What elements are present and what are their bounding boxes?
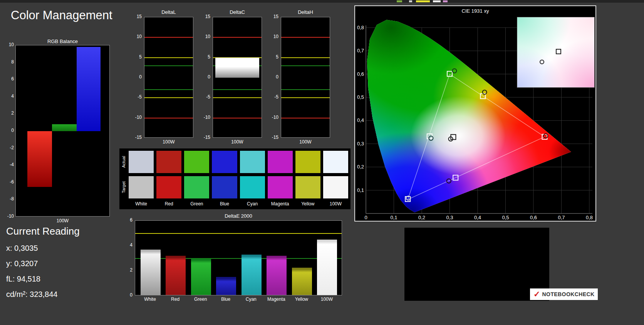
- deltae-bar-red: [166, 256, 186, 295]
- x-tick-label: Magenta: [263, 297, 290, 302]
- x-tick-label: 0,2: [418, 215, 425, 220]
- delta-c-plot: [213, 17, 262, 138]
- cie-1931-title: CIE 1931 xy: [355, 8, 595, 14]
- reference-line: [281, 97, 330, 98]
- actual-swatch-magenta: [268, 151, 293, 173]
- target-swatch-green: [184, 176, 209, 198]
- swatch-column-label: Cyan: [240, 201, 265, 207]
- delta-c-title: DeltaC: [213, 9, 262, 15]
- y-tick-label: -5: [132, 94, 142, 100]
- x-tick-label: 0,1: [390, 215, 397, 220]
- rgb-bar-blue: [77, 47, 101, 131]
- y-tick-label: -10: [132, 115, 142, 120]
- y-tick-label: -10: [7, 213, 14, 219]
- notebookcheck-watermark: ✓ NOTEBOOKCHECK: [530, 288, 598, 300]
- reference-line: [144, 118, 193, 118]
- reference-line: [213, 89, 262, 90]
- y-tick-label: 5: [200, 54, 210, 60]
- actual-swatch-white: [129, 151, 154, 173]
- y-tick-label: 10: [268, 34, 278, 39]
- delta-c-x-tick-label: 100W: [213, 139, 262, 145]
- inset-measured-circle: [540, 60, 544, 64]
- delta-l-title: DeltaL: [144, 9, 193, 15]
- video-preview: [404, 228, 549, 301]
- x-tick-label: 0,5: [502, 215, 509, 220]
- y-tick-label: -8: [7, 196, 14, 202]
- x-tick-label: Yellow: [288, 297, 315, 302]
- y-tick-label: -4: [7, 162, 14, 167]
- x-tick-label: 0: [364, 215, 367, 220]
- check-icon: ✓: [533, 290, 540, 298]
- target-swatch-red: [156, 176, 181, 198]
- x-tick-label: Blue: [212, 297, 239, 302]
- actual-swatch-100w: [323, 151, 348, 173]
- y-tick-label: 5: [132, 54, 142, 60]
- delta-h-x-tick-label: 100W: [281, 139, 330, 145]
- swatch-column-label: Green: [184, 201, 209, 207]
- y-tick-label: 0,8: [357, 25, 364, 30]
- titlebar-artifact: [433, 0, 441, 2]
- actual-swatch-row: [129, 151, 348, 173]
- y-tick-label: 0,6: [357, 71, 364, 77]
- watermark-text: NOTEBOOKCHECK: [542, 291, 595, 297]
- delta-h-chart: DeltaH 100W 151050-5-10-15: [268, 8, 331, 148]
- whitepoint-zoom-inset: [517, 17, 595, 88]
- y-tick-label: -15: [268, 135, 278, 140]
- deltae-bar-yellow: [292, 268, 312, 295]
- current-reading-title: Current Reading: [6, 225, 118, 237]
- y-tick-label: 8: [7, 59, 14, 65]
- titlebar-artifact: [397, 0, 402, 2]
- rgb-bar-red: [27, 131, 52, 187]
- reference-line: [144, 65, 193, 66]
- deltae-bar-green: [191, 258, 211, 296]
- y-tick-label: 10: [132, 34, 142, 39]
- y-tick-label: 2: [127, 267, 132, 273]
- y-tick-label: 15: [132, 14, 142, 19]
- swatch-column-label: Red: [156, 201, 181, 207]
- swatch-column-label: Yellow: [295, 201, 320, 207]
- rgb-bar-green: [52, 124, 77, 131]
- reading-y: y: 0,3207: [6, 256, 118, 271]
- reference-line: [213, 118, 262, 118]
- actual-swatch-red: [156, 151, 181, 173]
- y-tick-label: 6: [127, 217, 132, 223]
- reading-x: x: 0,3035: [6, 240, 118, 256]
- deltae-bar-white: [141, 250, 161, 295]
- titlebar-artifact: [409, 0, 412, 2]
- x-tick-label: Cyan: [238, 297, 265, 302]
- x-tick-label: 0,4: [474, 215, 481, 220]
- target-swatch-magenta: [268, 176, 293, 198]
- delta-h-title: DeltaH: [281, 9, 330, 15]
- x-tick-label: Green: [187, 297, 214, 302]
- y-tick-label: 15: [200, 14, 210, 19]
- y-tick-label: 0: [132, 74, 142, 80]
- target-swatch-white: [129, 176, 154, 198]
- color-management-screen: Color Management RGB Balance 100W 108642…: [0, 0, 644, 325]
- delta-c-chart: DeltaC 100W 151050-5-10-15: [200, 8, 263, 148]
- y-tick-label: -5: [200, 94, 210, 100]
- actual-swatch-cyan: [240, 151, 265, 173]
- reference-line: [213, 37, 262, 38]
- deltae-2000-plot: [135, 220, 342, 295]
- y-tick-label: 0: [127, 292, 132, 298]
- reference-line: [144, 57, 193, 58]
- cie-1931-panel: CIE 1931 xy: [354, 5, 596, 222]
- y-tick-label: 5: [268, 54, 278, 60]
- page-title: Color Management: [11, 8, 112, 22]
- delta-bar: [215, 58, 259, 78]
- inset-target-square: [556, 49, 561, 54]
- y-tick-label: -5: [268, 94, 278, 100]
- swatch-column-label: White: [129, 201, 154, 207]
- reference-line: [281, 57, 330, 58]
- deltae-2000-chart: DeltaE 2000 6420WhiteRedGreenBlueCyanMag…: [127, 212, 344, 306]
- y-tick-label: 0,2: [357, 164, 364, 170]
- current-reading-panel: Current Reading x: 0,3035 y: 0,3207 fL: …: [6, 225, 118, 302]
- reference-line: [144, 37, 193, 38]
- titlebar-artifact: [443, 0, 448, 2]
- delta-l-plot: [144, 17, 193, 138]
- reading-cdm2: cd/m²: 323,844: [6, 287, 118, 302]
- x-tick-label: Red: [162, 297, 189, 302]
- target-swatch-blue: [212, 176, 237, 198]
- y-tick-label: 0: [7, 128, 14, 133]
- x-tick-label: 0,3: [446, 215, 453, 220]
